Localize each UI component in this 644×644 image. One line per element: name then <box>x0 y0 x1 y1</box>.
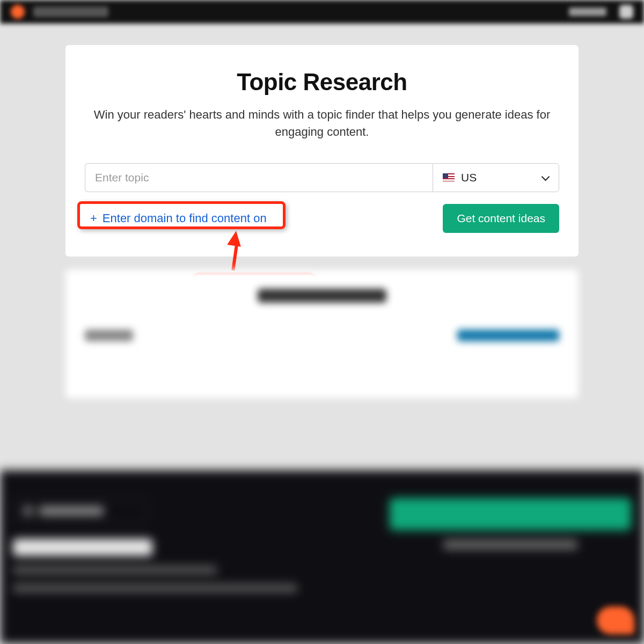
nav-menu[interactable] <box>569 8 606 16</box>
topic-research-card: Topic Research Win your readers' hearts … <box>65 45 579 257</box>
footer-address-line-1 <box>13 566 217 574</box>
brand-logo-icon <box>11 5 25 19</box>
recent-search-item[interactable] <box>85 330 133 341</box>
footer-sublink[interactable] <box>443 540 577 550</box>
country-select[interactable]: US <box>433 163 559 192</box>
globe-icon <box>22 505 34 517</box>
topic-input[interactable] <box>85 163 433 192</box>
footer-cta-button[interactable] <box>390 498 631 530</box>
country-label: US <box>461 171 535 184</box>
us-flag-icon <box>443 173 455 181</box>
get-content-ideas-button[interactable]: Get content ideas <box>443 204 559 233</box>
action-row: + Enter domain to find content on Get co… <box>85 204 559 233</box>
site-footer <box>0 470 644 644</box>
page-background: Topic Research Win your readers' hearts … <box>0 24 644 470</box>
brand-name <box>33 6 108 17</box>
recent-searches-card <box>65 269 579 398</box>
plus-icon: + <box>90 211 97 225</box>
user-avatar[interactable] <box>619 5 633 19</box>
footer-address-line-2 <box>13 584 297 592</box>
footer-phone <box>13 539 152 556</box>
top-navigation <box>0 0 644 24</box>
footer-locale-label <box>39 506 104 516</box>
enter-domain-label: Enter domain to find content on <box>103 211 267 225</box>
search-row: US <box>85 163 559 192</box>
chat-widget-icon[interactable] <box>597 606 634 634</box>
page-title: Topic Research <box>85 69 559 96</box>
footer-locale-select[interactable] <box>13 498 147 524</box>
recent-search-link[interactable] <box>457 330 559 341</box>
chevron-down-icon <box>541 174 549 181</box>
page-subtitle: Win your readers' hearts and minds with … <box>91 106 553 141</box>
recent-searches-heading <box>258 289 386 303</box>
enter-domain-link[interactable]: + Enter domain to find content on <box>85 207 272 230</box>
